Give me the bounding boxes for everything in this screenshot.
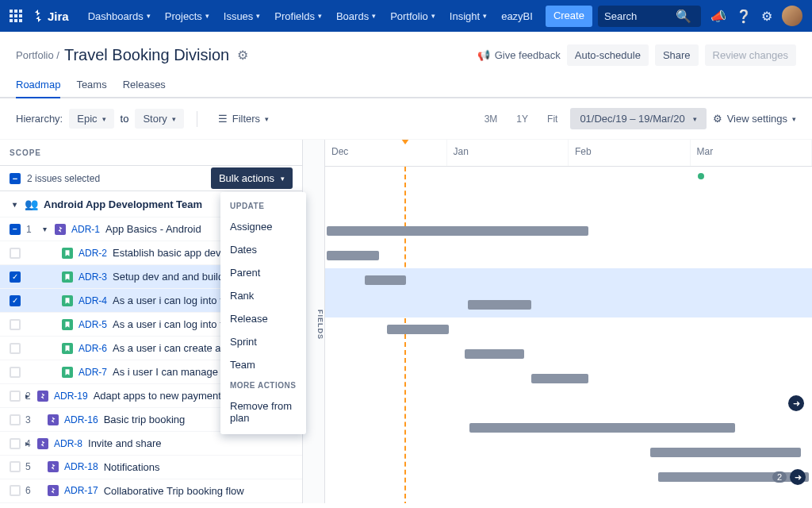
search-input[interactable] bbox=[604, 10, 676, 22]
gear-icon[interactable]: ⚙ bbox=[237, 48, 248, 63]
gantt-bar[interactable] bbox=[327, 226, 588, 236]
avatar[interactable] bbox=[782, 6, 802, 26]
timeline-body[interactable]: ➜ 2 ➜ bbox=[325, 167, 812, 503]
sliders-icon: ⚙ bbox=[713, 113, 722, 125]
tab-teams[interactable]: Teams bbox=[76, 72, 106, 97]
filters-button[interactable]: ☰Filters▾ bbox=[210, 109, 277, 129]
month-feb: Feb bbox=[569, 140, 691, 166]
team-icon: 👥 bbox=[25, 198, 38, 210]
gantt-bar[interactable] bbox=[465, 349, 524, 359]
bulk-actions-button[interactable]: Bulk actions▾ bbox=[211, 167, 293, 189]
zoom-1y[interactable]: 1Y bbox=[510, 110, 534, 129]
help-icon[interactable]: ❔ bbox=[736, 9, 752, 24]
dd-parent[interactable]: Parent bbox=[220, 261, 306, 284]
give-feedback[interactable]: 📢Give feedback bbox=[477, 49, 561, 61]
page-title: Travel Booking Division bbox=[64, 46, 229, 64]
nav-boards[interactable]: Boards▾ bbox=[330, 6, 382, 27]
select-all-checkbox[interactable]: − bbox=[10, 173, 21, 184]
settings-icon[interactable]: ⚙ bbox=[761, 9, 772, 24]
share-button[interactable]: Share bbox=[655, 44, 699, 66]
gantt-bar[interactable] bbox=[531, 374, 588, 383]
dd-team[interactable]: Team bbox=[220, 353, 306, 376]
fields-column[interactable]: FIELDS bbox=[303, 140, 325, 503]
notifications-icon[interactable]: 📣 bbox=[710, 9, 726, 24]
scroll-right-icon[interactable]: ➜ bbox=[788, 395, 804, 411]
nav-dashboards[interactable]: Dashboards▾ bbox=[82, 6, 157, 27]
dd-assignee[interactable]: Assignee bbox=[220, 215, 306, 238]
app-switcher-icon[interactable] bbox=[10, 10, 22, 22]
review-changes-button[interactable]: Review changes bbox=[705, 44, 796, 66]
dd-rank[interactable]: Rank bbox=[220, 284, 306, 307]
search-icon[interactable]: 🔍 bbox=[676, 9, 691, 24]
issue-key[interactable]: ADR-6 bbox=[79, 343, 107, 354]
issue-key[interactable]: ADR-5 bbox=[79, 319, 107, 330]
hierarchy-to[interactable]: Story▾ bbox=[135, 109, 183, 129]
zoom-3m[interactable]: 3M bbox=[478, 110, 504, 129]
issue-key[interactable]: ADR-4 bbox=[79, 295, 107, 306]
bulk-area: − 2 issues selected Bulk actions▾ bbox=[0, 166, 302, 191]
row-checkbox[interactable] bbox=[10, 461, 21, 472]
epic-icon bbox=[37, 438, 48, 449]
scope-header: SCOPE bbox=[0, 140, 302, 166]
nav-issues[interactable]: Issues▾ bbox=[217, 6, 267, 27]
issue-key[interactable]: ADR-1 bbox=[71, 224, 100, 235]
nav-items: Dashboards▾ Projects▾ Issues▾ Profields▾… bbox=[82, 6, 592, 27]
dd-remove[interactable]: Remove from plan bbox=[220, 394, 306, 429]
tab-roadmap[interactable]: Roadmap bbox=[16, 72, 60, 98]
nav-profields[interactable]: Profields▾ bbox=[268, 6, 328, 27]
filter-bar: Hierarchy: Epic▾ to Story▾ ☰Filters▾ 3M … bbox=[0, 98, 812, 140]
gantt-bar[interactable] bbox=[365, 275, 406, 285]
issue-key[interactable]: ADR-17 bbox=[64, 485, 98, 496]
issue-key[interactable]: ADR-19 bbox=[54, 391, 88, 402]
hierarchy-from[interactable]: Epic▾ bbox=[69, 109, 113, 129]
issue-key[interactable]: ADR-18 bbox=[64, 461, 98, 472]
row-checkbox[interactable] bbox=[10, 343, 21, 354]
gantt-bar[interactable] bbox=[650, 448, 801, 457]
dd-release[interactable]: Release bbox=[220, 307, 306, 330]
row-checkbox[interactable] bbox=[10, 319, 21, 330]
gantt-bar[interactable] bbox=[387, 325, 449, 334]
create-button[interactable]: Create bbox=[546, 6, 592, 27]
row-checkbox[interactable] bbox=[10, 367, 21, 378]
issue-key[interactable]: ADR-16 bbox=[64, 414, 98, 425]
row-checkbox[interactable] bbox=[10, 438, 21, 449]
auto-schedule-button[interactable]: Auto-schedule bbox=[567, 44, 649, 66]
epic-icon bbox=[55, 224, 66, 235]
chevron-down-icon[interactable]: ▾ bbox=[40, 225, 49, 233]
issue-row[interactable]: 5ADR-18Notifications bbox=[0, 456, 302, 479]
count-badge[interactable]: 2 bbox=[772, 471, 787, 483]
row-checkbox[interactable] bbox=[10, 248, 21, 259]
nav-portfolio[interactable]: Portfolio▾ bbox=[384, 6, 442, 27]
epic-icon bbox=[37, 391, 48, 402]
dd-sprint[interactable]: Sprint bbox=[220, 330, 306, 353]
nav-eazybi[interactable]: eazyBI bbox=[495, 6, 539, 27]
tab-releases[interactable]: Releases bbox=[123, 72, 166, 97]
issue-key[interactable]: ADR-8 bbox=[54, 438, 82, 449]
row-checkbox[interactable] bbox=[10, 485, 21, 496]
row-checkbox[interactable] bbox=[10, 271, 21, 283]
story-icon bbox=[62, 248, 73, 259]
date-range[interactable]: 01/Dec/19 – 19/Mar/20▾ bbox=[570, 108, 706, 129]
issue-key[interactable]: ADR-3 bbox=[79, 271, 107, 283]
zoom-fit[interactable]: Fit bbox=[541, 110, 564, 129]
search-box[interactable]: 🔍 bbox=[598, 6, 701, 27]
gantt-bar[interactable] bbox=[469, 423, 735, 433]
issue-key[interactable]: ADR-7 bbox=[79, 367, 107, 378]
row-checkbox[interactable] bbox=[10, 295, 21, 306]
gantt-bar[interactable] bbox=[327, 251, 379, 260]
row-checkbox[interactable]: − bbox=[10, 224, 21, 235]
nav-insight[interactable]: Insight▾ bbox=[443, 6, 493, 27]
issue-row[interactable]: 6ADR-17Collaborative Trip booking flow bbox=[0, 479, 302, 503]
jira-logo[interactable]: Jira bbox=[32, 10, 69, 23]
nav-projects[interactable]: Projects▾ bbox=[159, 6, 216, 27]
issue-row[interactable]: 4▸ADR-8Invite and share bbox=[0, 432, 302, 456]
row-checkbox[interactable] bbox=[10, 391, 21, 402]
dd-dates[interactable]: Dates bbox=[220, 238, 306, 261]
breadcrumb[interactable]: Portfolio / bbox=[16, 49, 59, 61]
scroll-right-icon[interactable]: ➜ bbox=[790, 469, 806, 485]
row-checkbox[interactable] bbox=[10, 414, 21, 425]
chevron-down-icon[interactable]: ▾ bbox=[10, 200, 19, 209]
view-settings[interactable]: ⚙View settings▾ bbox=[713, 113, 796, 125]
gantt-bar[interactable] bbox=[468, 300, 531, 310]
issue-key[interactable]: ADR-2 bbox=[79, 248, 107, 259]
